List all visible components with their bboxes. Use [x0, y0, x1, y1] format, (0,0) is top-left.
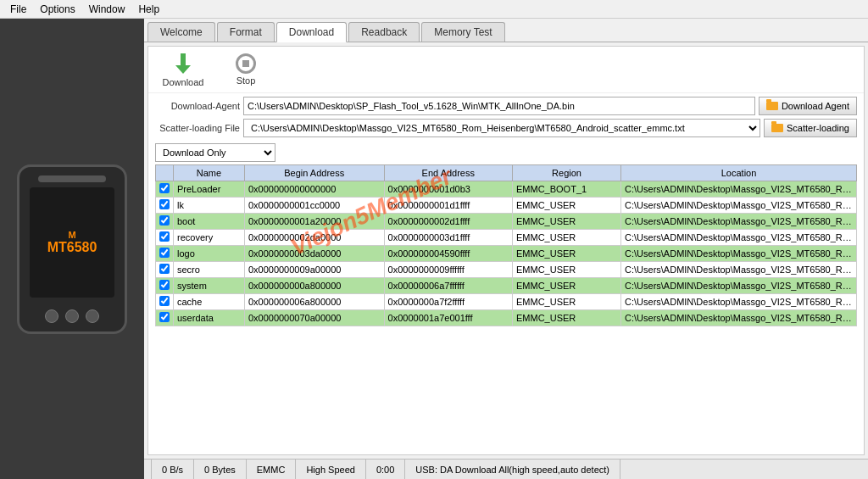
- row-checkbox[interactable]: [159, 183, 170, 193]
- download-button[interactable]: Download: [162, 52, 204, 87]
- cell-end: 0x0000000001d0b3: [384, 181, 512, 198]
- row-checkbox[interactable]: [159, 264, 170, 274]
- stop-button[interactable]: Stop: [225, 53, 267, 86]
- cell-end: 0x0000000a7f2fffff: [384, 294, 512, 310]
- stop-label: Stop: [236, 75, 256, 86]
- tab-memory-test[interactable]: Memory Test: [421, 22, 504, 42]
- download-agent-button[interactable]: Download Agent: [759, 97, 857, 115]
- scatter-loading-button[interactable]: Scatter-loading: [764, 119, 857, 137]
- phone-speaker: [38, 175, 106, 182]
- table-row: lk0x0000000001cc00000x0000000001d1ffffEM…: [156, 198, 857, 214]
- phone-device: M MT6580: [17, 164, 127, 334]
- content-panel: Welcome Format Download Readback Memory …: [144, 19, 868, 479]
- row-checkbox[interactable]: [159, 296, 170, 306]
- cell-region: EMMC_BOOT_1: [512, 181, 620, 198]
- col-check: [156, 165, 174, 181]
- phone-btn-home: [65, 309, 79, 323]
- cell-name: recovery: [174, 230, 245, 246]
- cell-begin: 0x0000000009a00000: [244, 262, 384, 278]
- cell-begin: 0x000000000a800000: [244, 278, 384, 294]
- table-row: secro0x0000000009a000000x0000000009fffff…: [156, 262, 857, 278]
- cell-name: cache: [174, 294, 245, 310]
- cell-region: EMMC_USER: [512, 310, 620, 326]
- scatter-loading-btn-label: Scatter-loading: [787, 123, 849, 133]
- table-row: logo0x0000000003da00000x000000004590ffff…: [156, 246, 857, 262]
- cell-name: userdata: [174, 310, 245, 326]
- svg-marker-1: [175, 65, 191, 74]
- main-content: Download Stop Download-Agent Download Ag: [147, 46, 865, 455]
- table-section: Name Begin Address End Address Region Lo…: [148, 164, 864, 454]
- cell-region: EMMC_USER: [512, 198, 620, 214]
- download-agent-label: Download-Agent: [155, 101, 240, 111]
- cell-region: EMMC_USER: [512, 278, 620, 294]
- col-location: Location: [621, 165, 857, 181]
- folder-icon-2: [771, 124, 783, 132]
- cell-region: EMMC_USER: [512, 294, 620, 310]
- cell-begin: 0x000000006a800000: [244, 294, 384, 310]
- table-row: userdata0x0000000070a000000x0000001a7e00…: [156, 310, 857, 326]
- dropdown-row: Download OnlyFirmware UpgradeFormat All …: [148, 141, 864, 164]
- menu-window[interactable]: Window: [82, 2, 132, 17]
- download-label: Download: [163, 77, 204, 87]
- cell-begin: 0x0000000001cc0000: [244, 198, 384, 214]
- download-agent-row: Download-Agent Download Agent: [155, 97, 857, 115]
- tab-readback[interactable]: Readback: [348, 22, 420, 42]
- cell-end: 0x0000000002d1ffff: [384, 214, 512, 230]
- cell-end: 0x000000004590ffff: [384, 246, 512, 262]
- col-name: Name: [174, 165, 245, 181]
- scatter-loading-input[interactable]: C:\Users\ADMIN\Desktop\Massgo_VI2S_MT658…: [243, 119, 760, 137]
- cell-name: PreLoader: [174, 181, 245, 198]
- cell-end: 0x0000000001d1ffff: [384, 198, 512, 214]
- phone-brand-label: M: [68, 230, 75, 240]
- status-bar: 0 B/s 0 Bytes EMMC High Speed 0:00 USB: …: [144, 459, 868, 479]
- cell-location: C:\Users\ADMIN\Desktop\Massgo_VI2S_MT658…: [621, 198, 857, 214]
- cell-begin: 0x000000000000000: [244, 181, 384, 198]
- phone-nav-buttons: [45, 309, 99, 323]
- col-region: Region: [512, 165, 620, 181]
- cell-name: secro: [174, 262, 245, 278]
- status-message: USB: DA Download All(high speed,auto det…: [405, 460, 620, 479]
- tab-bar: Welcome Format Download Readback Memory …: [144, 19, 868, 42]
- download-agent-input[interactable]: [243, 97, 755, 115]
- menu-file[interactable]: File: [3, 2, 33, 17]
- table-container: Viejon5Member Name Begin Address End Add…: [148, 164, 864, 454]
- menu-options[interactable]: Options: [33, 2, 81, 17]
- cell-location: C:\Users\ADMIN\Desktop\Massgo_VI2S_MT658…: [621, 294, 857, 310]
- stop-square: [242, 60, 249, 67]
- cell-region: EMMC_USER: [512, 230, 620, 246]
- toolbar: Download Stop: [148, 47, 864, 93]
- cell-location: C:\Users\ADMIN\Desktop\Massgo_VI2S_MT658…: [621, 262, 857, 278]
- row-checkbox[interactable]: [159, 312, 170, 322]
- phone-panel: M MT6580: [0, 19, 144, 479]
- table-row: recovery0x0000000002da00000x0000000003d1…: [156, 230, 857, 246]
- stop-icon: [236, 53, 256, 74]
- menu-help[interactable]: Help: [131, 2, 166, 17]
- phone-btn-back: [45, 309, 58, 323]
- phone-screen: M MT6580: [30, 187, 114, 298]
- cell-begin: 0x0000000002da0000: [244, 230, 384, 246]
- cell-name: logo: [174, 246, 245, 262]
- download-mode-dropdown[interactable]: Download OnlyFirmware UpgradeFormat All …: [155, 143, 275, 162]
- row-checkbox[interactable]: [159, 215, 170, 226]
- cell-location: C:\Users\ADMIN\Desktop\Massgo_VI2S_MT658…: [621, 246, 857, 262]
- cell-region: EMMC_USER: [512, 214, 620, 230]
- cell-region: EMMC_USER: [512, 246, 620, 262]
- row-checkbox[interactable]: [159, 199, 170, 209]
- tab-download[interactable]: Download: [276, 22, 347, 42]
- status-mode: High Speed: [296, 460, 366, 479]
- phone-model-label: MT6580: [47, 240, 97, 255]
- firmware-table: Name Begin Address End Address Region Lo…: [155, 164, 857, 326]
- row-checkbox[interactable]: [159, 280, 170, 290]
- phone-btn-menu: [86, 309, 99, 323]
- cell-name: lk: [174, 198, 245, 214]
- table-row: PreLoader0x0000000000000000x0000000001d0…: [156, 181, 857, 198]
- cell-end: 0x0000000003d1ffff: [384, 230, 512, 246]
- row-checkbox[interactable]: [159, 248, 170, 258]
- tab-welcome[interactable]: Welcome: [147, 22, 215, 42]
- tab-format[interactable]: Format: [217, 22, 275, 42]
- table-row: boot0x0000000001a200000x0000000002d1ffff…: [156, 214, 857, 230]
- svg-rect-0: [181, 53, 186, 65]
- row-checkbox[interactable]: [159, 231, 170, 242]
- menubar: File Options Window Help: [0, 0, 868, 19]
- cell-name: boot: [174, 214, 245, 230]
